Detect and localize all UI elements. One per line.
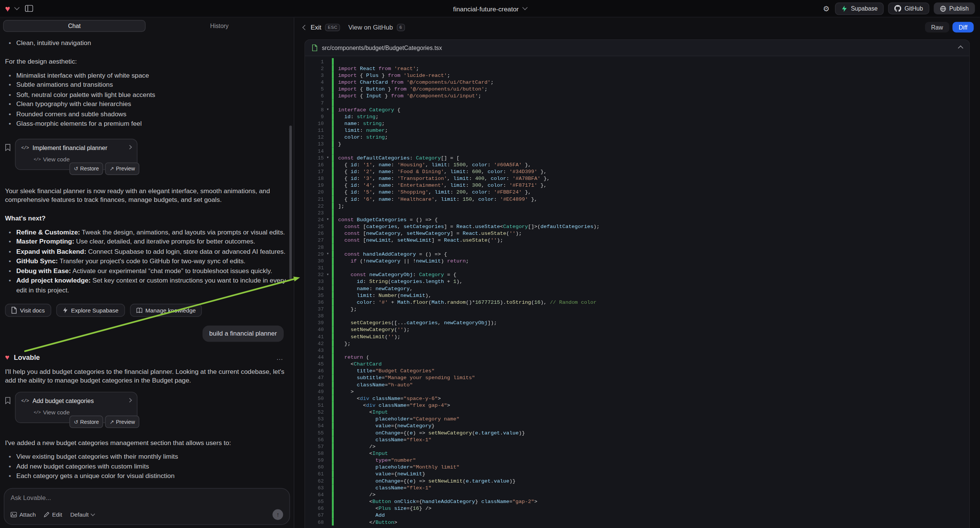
- code-line: 27 const [newLimit, setNewLimit] = React…: [305, 237, 969, 243]
- line-number: 65: [305, 498, 323, 505]
- line-number: 56: [305, 436, 323, 443]
- manage-knowledge-button[interactable]: Manage knowledge: [130, 304, 202, 317]
- topbar-right: ⚙ Supabase GitHub Publish: [822, 2, 975, 15]
- list-item: •Glass-morphic elements for a premium fe…: [5, 119, 286, 129]
- fold-chevron-icon: [324, 189, 332, 196]
- tab-history[interactable]: History: [148, 20, 291, 32]
- code-text: name: newCategory,: [332, 285, 969, 292]
- chat-paragraph: I'll help you add budget categories to t…: [5, 367, 286, 384]
- knowledge-icon: [136, 307, 142, 313]
- line-number: 68: [305, 518, 323, 525]
- code-line: 2import React from 'react';: [305, 65, 969, 72]
- prompt-input[interactable]: Ask Lovable...: [11, 494, 283, 501]
- fold-chevron-icon: [324, 299, 332, 306]
- bookmark-icon[interactable]: [5, 143, 11, 170]
- model-selector-button[interactable]: Default: [70, 511, 94, 517]
- restore-button[interactable]: ↺ Restore: [69, 415, 103, 428]
- line-number: 31: [305, 264, 323, 271]
- version-card[interactable]: </> Add budget categories </> View code …: [15, 392, 137, 423]
- file-header[interactable]: src/components/budget/BudgetCategories.t…: [305, 40, 969, 56]
- preview-icon: ↗: [110, 417, 114, 426]
- tab-chat[interactable]: Chat: [3, 20, 145, 32]
- diff-button[interactable]: Diff: [952, 22, 974, 33]
- explore-supabase-button[interactable]: Explore Supabase: [56, 304, 125, 317]
- code-text: title="Budget Categories": [332, 367, 969, 374]
- code-text: [332, 243, 969, 250]
- preview-button[interactable]: ↗ Preview: [105, 162, 139, 175]
- list-item: •Rounded corners and subtle shadows: [5, 109, 286, 119]
- edit-button[interactable]: Edit: [44, 511, 62, 517]
- assistant-header: ♥ Lovable …: [5, 353, 286, 362]
- code-line: 53 placeholder="Category name": [305, 415, 969, 422]
- logo-chevron-icon[interactable]: [14, 5, 20, 10]
- fold-chevron-icon: [324, 374, 332, 381]
- code-line: 15▾const defaultCategories: Category[] =…: [305, 154, 969, 161]
- code-line: 17 { id: '2', name: 'Food & Dining', lim…: [305, 168, 969, 175]
- code-text: <Input: [332, 409, 969, 415]
- line-number: 15: [305, 154, 323, 161]
- code-line: 34 name: newCategory,: [305, 285, 969, 292]
- fold-chevron-icon[interactable]: ▾: [324, 271, 332, 278]
- code-line: 55 onChange={(e) => setNewCategory(e.tar…: [305, 429, 969, 436]
- settings-gear-button[interactable]: ⚙: [822, 5, 831, 12]
- code-line: 33 id: String(categories.length + 1),: [305, 278, 969, 285]
- chevron-left-icon: [302, 25, 308, 30]
- publish-button[interactable]: Publish: [934, 3, 975, 14]
- fold-chevron-icon: [324, 140, 332, 147]
- bullet-dot: •: [9, 452, 12, 462]
- fold-chevron-icon[interactable]: ▾: [324, 154, 332, 161]
- code-line: 64 />: [305, 491, 969, 498]
- code-text: [332, 312, 969, 319]
- raw-button[interactable]: Raw: [925, 22, 949, 33]
- visit-docs-button[interactable]: Visit docs: [5, 304, 51, 317]
- list-item: •GitHub Sync: Transfer your project's co…: [5, 256, 286, 266]
- preview-button[interactable]: ↗ Preview: [105, 415, 139, 428]
- list-item-text: Clean typography with clear hierarchies: [16, 99, 286, 109]
- view-code-label: View code: [43, 408, 70, 417]
- bullet-dot: •: [9, 38, 12, 48]
- restore-button[interactable]: ↺ Restore: [69, 162, 103, 175]
- list-item: •Add project knowledge: Set key context …: [5, 276, 286, 295]
- supabase-button[interactable]: Supabase: [835, 2, 884, 15]
- code-line: 23: [305, 210, 969, 216]
- line-number: 54: [305, 422, 323, 429]
- fold-chevron-icon[interactable]: ▾: [324, 251, 332, 258]
- send-button[interactable]: ↑: [272, 509, 283, 520]
- chat-scroll-area[interactable]: • Clean, intuitive navigation For the de…: [0, 33, 294, 485]
- list-item: •Master Prompting: Use clear, detailed, …: [5, 237, 286, 247]
- chat-paragraph: Your sleek financial planner is now read…: [5, 186, 286, 204]
- collapse-chevron-icon[interactable]: [959, 44, 963, 51]
- fold-chevron-icon: [324, 168, 332, 175]
- exit-button[interactable]: Exit esc: [303, 24, 340, 31]
- line-number: 45: [305, 361, 323, 367]
- view-on-github-button[interactable]: View on GitHub 6: [348, 24, 405, 31]
- code-text: };: [332, 306, 969, 312]
- prompt-composer: Ask Lovable... Attach Edit Default ↑: [4, 488, 290, 525]
- github-button[interactable]: GitHub: [888, 3, 929, 14]
- code-line: 68 </Button>: [305, 518, 969, 525]
- fold-chevron-icon[interactable]: ▾: [324, 106, 332, 113]
- more-options-button[interactable]: …: [276, 353, 284, 362]
- version-card[interactable]: </> Implement financial planner </> View…: [15, 138, 137, 169]
- fold-chevron-icon: [324, 210, 332, 216]
- docs-icon: [11, 307, 17, 313]
- attach-button[interactable]: Attach: [11, 511, 36, 517]
- sidebar-toggle-button[interactable]: [24, 4, 35, 13]
- line-number: 11: [305, 127, 323, 134]
- code-text: import React from 'react';: [332, 65, 969, 72]
- code-text: setNewLimit('');: [332, 333, 969, 340]
- lovable-logo-icon[interactable]: ♥: [5, 4, 10, 13]
- fold-chevron-icon[interactable]: ▾: [324, 216, 332, 223]
- code-text: const [newLimit, setNewLimit] = React.us…: [332, 237, 969, 243]
- list-item: •Subtle animations and transitions: [5, 80, 286, 90]
- project-name-button[interactable]: financial-future-creator: [453, 0, 527, 17]
- code-text: { id: '1', name: 'Housing', limit: 1500,…: [332, 161, 969, 168]
- line-number: 34: [305, 285, 323, 292]
- code-viewer[interactable]: 1 2import React from 'react';3import { P…: [305, 56, 969, 528]
- fold-chevron-icon: [324, 457, 332, 464]
- chat-scrollbar-thumb[interactable]: [290, 126, 292, 280]
- fold-chevron-icon: [324, 99, 332, 106]
- list-item-text: Debug with Ease: Activate our experiment…: [16, 266, 286, 276]
- bookmark-icon[interactable]: [5, 397, 11, 423]
- version-toolbar: ↺ Restore ↗ Preview: [69, 162, 139, 175]
